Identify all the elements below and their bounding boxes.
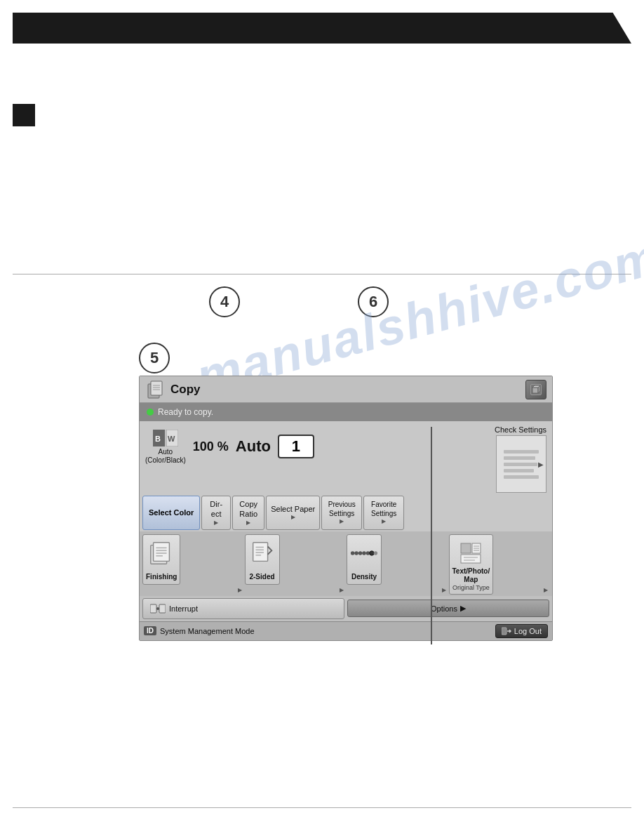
original-type-label: Original Type	[452, 584, 490, 591]
status-dot	[147, 409, 154, 416]
3d-view-button[interactable]	[525, 380, 546, 399]
two-sided-button-wrap: 2-Sided ▶	[245, 534, 346, 595]
log-out-button[interactable]: Log Out	[495, 624, 548, 638]
text-photo-button[interactable]: Text/Photo/ Map Original Type	[449, 534, 494, 595]
header-bar	[13, 13, 631, 44]
interrupt-label: Interrupt	[169, 604, 198, 613]
logout-icon	[502, 627, 511, 635]
auto-value: Auto	[236, 437, 271, 456]
bottom-action-row: Interrupt Options ▶	[140, 596, 552, 621]
svg-rect-36	[461, 555, 481, 563]
select-paper-arrow: ▶	[291, 514, 295, 521]
copy-info-area: B W Auto(Color/Black) 100 % Auto 1	[145, 425, 489, 465]
favorite-settings-arrow: ▶	[382, 518, 386, 525]
direct-button[interactable]: Dir- ect ▶	[201, 496, 231, 530]
log-out-label: Log Out	[514, 627, 542, 635]
svg-rect-40	[159, 604, 166, 613]
svg-rect-31	[461, 543, 471, 553]
step-5-circle: 5	[139, 343, 170, 373]
text-photo-button-wrap: Text/Photo/ Map Original Type ▶	[449, 534, 550, 595]
step-6-circle: 6	[358, 286, 389, 317]
svg-text:B: B	[155, 435, 161, 443]
finishing-button[interactable]: Finishing	[142, 534, 180, 585]
svg-rect-42	[502, 628, 507, 635]
system-management-row: ID System Management Mode Log Out	[140, 621, 552, 640]
svg-rect-18	[253, 543, 267, 562]
svg-point-29	[370, 551, 374, 555]
options-arrow: ▶	[460, 604, 466, 613]
density-icon	[350, 539, 378, 567]
copy-ratio-arrow: ▶	[246, 519, 250, 527]
svg-rect-1	[151, 381, 162, 395]
copies-box: 1	[278, 435, 314, 458]
copy-info-row: B W Auto(Color/Black) 100 % Auto 1	[145, 428, 489, 465]
id-badge: ID	[144, 626, 156, 635]
direct-arrow: ▶	[214, 519, 218, 527]
step-4-circle: 4	[209, 286, 240, 317]
finishing-corner-arrow: ▶	[238, 587, 242, 593]
panel-title-text: Copy	[170, 383, 201, 397]
finishing-button-wrap: Finishing ▶	[142, 534, 243, 595]
bw-icon: B W	[153, 428, 178, 448]
panel-title-bar: Copy	[140, 376, 552, 403]
status-text: Ready to copy.	[158, 407, 213, 417]
svg-point-30	[374, 551, 377, 555]
connector-line	[431, 427, 432, 644]
previous-settings-button[interactable]: Previous Settings ▶	[321, 496, 362, 530]
select-color-button[interactable]: Select Color	[142, 496, 200, 530]
copy-icon	[145, 380, 165, 399]
interrupt-button[interactable]: Interrupt	[142, 598, 344, 619]
select-paper-button[interactable]: Select Paper ▶	[266, 496, 320, 530]
text-photo-corner-arrow: ▶	[544, 587, 548, 593]
auto-color-block: B W Auto(Color/Black)	[145, 428, 186, 465]
svg-point-41	[156, 607, 159, 610]
status-bar: Ready to copy.	[140, 403, 552, 421]
svg-point-26	[358, 551, 362, 555]
svg-rect-39	[150, 604, 156, 613]
check-settings-label: Check Settings	[495, 425, 546, 434]
panel-title-left: Copy	[145, 380, 201, 399]
thumbnail-arrow: ▶	[538, 461, 544, 468]
svg-point-27	[362, 551, 365, 555]
options-label: Options	[431, 604, 457, 613]
two-sided-icon	[248, 539, 276, 567]
section-marker	[13, 104, 35, 126]
svg-rect-5	[532, 388, 538, 393]
svg-rect-13	[154, 543, 170, 562]
finishing-icon	[147, 539, 175, 567]
system-left: ID System Management Mode	[144, 626, 255, 635]
two-sided-label: 2-Sided	[249, 573, 274, 581]
feature-button-row: Finishing ▶ 2-Sided ▶	[140, 531, 552, 596]
svg-point-24	[351, 551, 354, 555]
favorite-settings-button[interactable]: Favorite Settings ▶	[363, 496, 404, 530]
copy-ratio-button[interactable]: Copy Ratio ▶	[232, 496, 264, 530]
density-corner-arrow: ▶	[442, 587, 446, 593]
density-button[interactable]: Density	[347, 534, 382, 585]
auto-color-label: Auto(Color/Black)	[145, 448, 186, 465]
copy-panel: Copy Ready to copy.	[139, 376, 553, 641]
two-sided-corner-arrow: ▶	[340, 587, 344, 593]
settings-row: B W Auto(Color/Black) 100 % Auto 1 Check…	[140, 421, 552, 496]
function-button-row: Select Color Dir- ect ▶ Copy Ratio ▶ Sel…	[140, 496, 552, 531]
two-sided-button[interactable]: 2-Sided	[245, 534, 280, 585]
3d-btn-inner	[530, 384, 542, 395]
density-label: Density	[351, 573, 377, 581]
interrupt-icon	[150, 602, 166, 615]
system-management-label: System Management Mode	[160, 627, 255, 635]
percent-value: 100 %	[193, 439, 229, 454]
finishing-label: Finishing	[146, 573, 177, 581]
svg-text:W: W	[168, 435, 175, 443]
divider-top	[13, 274, 631, 274]
divider-bottom	[13, 807, 631, 808]
options-button[interactable]: Options ▶	[347, 600, 549, 617]
svg-point-25	[354, 551, 358, 555]
previous-settings-arrow: ▶	[340, 518, 344, 525]
text-photo-label: Text/Photo/ Map	[452, 567, 490, 584]
check-settings-panel: Check Settings ▶	[495, 425, 546, 493]
text-photo-icon	[457, 539, 485, 567]
check-settings-thumbnail[interactable]: ▶	[496, 435, 546, 493]
thumbnail-lines	[504, 450, 539, 479]
